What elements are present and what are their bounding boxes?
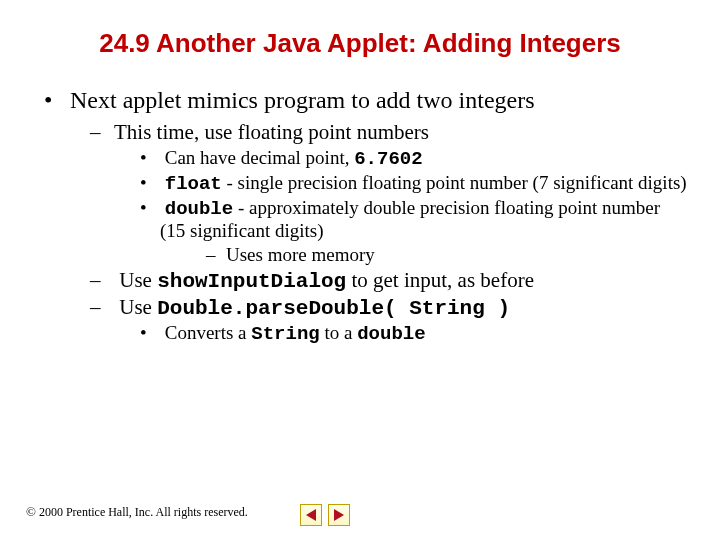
prev-button[interactable] xyxy=(300,504,322,526)
text: Use xyxy=(119,268,157,292)
text: Can have decimal point, xyxy=(165,147,354,168)
bullet-1-1-a: Can have decimal point, 6.7602 xyxy=(160,147,690,170)
bullet-1-3-a: Converts a String to a double xyxy=(160,322,690,345)
bullet-1-text: Next applet mimics program to add two in… xyxy=(70,87,535,113)
code: Double.parseDouble( String ) xyxy=(157,297,510,320)
text: Uses more memory xyxy=(226,244,375,265)
bullet-1-1-c: double - approximately double precision … xyxy=(160,197,690,242)
bullet-1-2: Use showInputDialog to get input, as bef… xyxy=(114,268,690,293)
copyright-icon: © xyxy=(26,504,36,520)
code: showInputDialog xyxy=(157,270,346,293)
arrow-left-icon xyxy=(306,509,316,521)
next-button[interactable] xyxy=(328,504,350,526)
text: to get input, as before xyxy=(346,268,534,292)
bullet-1-1-b: float - single precision floating point … xyxy=(160,172,690,195)
footer: © 2000 Prentice Hall, Inc. All rights re… xyxy=(26,504,694,520)
nav-buttons xyxy=(300,504,350,526)
code: String xyxy=(251,323,319,345)
bullet-list: Next applet mimics program to add two in… xyxy=(30,87,690,345)
code: 6.7602 xyxy=(354,148,422,170)
text: - single precision floating point number… xyxy=(222,172,687,193)
text: Converts a xyxy=(165,322,252,343)
bullet-1-3: Use Double.parseDouble( String ) xyxy=(114,295,690,320)
code: double xyxy=(357,323,425,345)
bullet-1-1-c-sub: Uses more memory xyxy=(226,244,690,266)
bullet-1-1: This time, use floating point numbers xyxy=(114,120,690,145)
text: - approximately double precision floatin… xyxy=(160,197,660,241)
text: to a xyxy=(320,322,357,343)
text: Use xyxy=(119,295,157,319)
code: double xyxy=(165,198,233,220)
slide-title: 24.9 Another Java Applet: Adding Integer… xyxy=(30,28,690,59)
slide: 24.9 Another Java Applet: Adding Integer… xyxy=(0,0,720,540)
copyright-text: 2000 Prentice Hall, Inc. All rights rese… xyxy=(39,505,248,520)
bullet-1-1-text: This time, use floating point numbers xyxy=(114,120,429,144)
bullet-1: Next applet mimics program to add two in… xyxy=(70,87,690,114)
code: float xyxy=(165,173,222,195)
arrow-right-icon xyxy=(334,509,344,521)
